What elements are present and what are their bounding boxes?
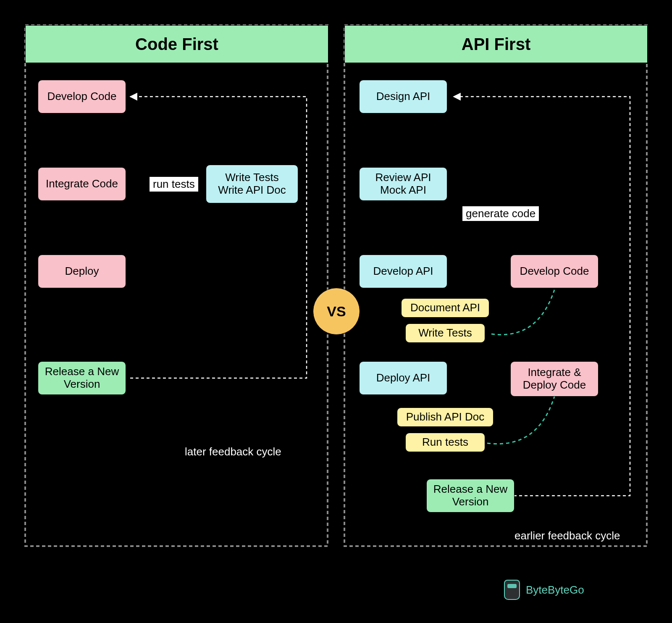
right-integrate-deploy-code: Integrate &Deploy Code bbox=[510, 361, 598, 397]
diagram-stage: Code First API First VS Develop Code Int… bbox=[0, 0, 672, 623]
left-develop-code: Develop Code bbox=[38, 80, 126, 113]
right-release: Release a NewVersion bbox=[426, 479, 514, 513]
right-run-tests: Run tests bbox=[405, 433, 485, 452]
right-develop-api: Develop API bbox=[359, 255, 447, 288]
footer-text: ByteByteGo bbox=[526, 584, 584, 597]
footer: ByteByteGo bbox=[504, 580, 584, 600]
left-deploy: Deploy bbox=[38, 255, 126, 288]
right-design-api: Design API bbox=[359, 80, 447, 113]
right-review-mock-api: Review APIMock API bbox=[359, 167, 447, 201]
left-integrate-code: Integrate Code bbox=[38, 167, 126, 201]
left-feedback-label: later feedback cycle bbox=[185, 445, 281, 458]
bytebytego-logo-icon bbox=[504, 580, 520, 600]
right-feedback-label: earlier feedback cycle bbox=[514, 529, 620, 542]
right-deploy-api: Deploy API bbox=[359, 361, 447, 395]
right-document-api: Document API bbox=[401, 298, 489, 318]
right-generate-code-label: generate code bbox=[462, 206, 539, 221]
right-develop-code: Develop Code bbox=[510, 255, 598, 288]
right-write-tests: Write Tests bbox=[405, 323, 485, 343]
left-run-tests-label: run tests bbox=[149, 176, 199, 192]
right-publish-api-doc: Publish API Doc bbox=[397, 407, 494, 427]
left-write-tests-doc: Write TestsWrite API Doc bbox=[206, 165, 298, 203]
vs-badge: VS bbox=[313, 288, 360, 335]
left-release: Release a NewVersion bbox=[38, 361, 126, 395]
right-header: API First bbox=[344, 25, 648, 63]
left-header: Code First bbox=[25, 25, 328, 63]
